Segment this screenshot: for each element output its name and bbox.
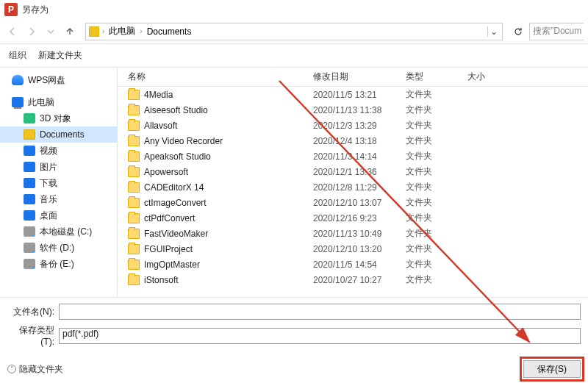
sidebar-item-videos[interactable]: 视频 — [0, 143, 117, 159]
sidebar-item-pc[interactable]: 此电脑 — [0, 94, 117, 110]
col-name[interactable]: 名称 — [128, 71, 313, 83]
file-list[interactable]: 4Media2020/11/5 13:21文件夹Aiseesoft Studio… — [118, 87, 588, 297]
up-button[interactable] — [62, 24, 78, 40]
file-type: 文件夹 — [406, 243, 467, 255]
file-type: 文件夹 — [406, 104, 467, 116]
file-type: 文件夹 — [406, 119, 467, 132]
breadcrumb-sep: › — [138, 27, 143, 35]
sidebar-item-label: 备份 (E:) — [40, 258, 74, 271]
file-date: 2020/11/3 14:14 — [313, 151, 406, 162]
file-type: 文件夹 — [406, 150, 467, 162]
save-button[interactable]: 保存(S) — [523, 360, 581, 378]
video-icon — [24, 146, 35, 156]
file-type: 文件夹 — [406, 273, 467, 286]
filename-input[interactable] — [59, 304, 581, 320]
file-date: 2020/11/5 13:21 — [313, 90, 406, 100]
sidebar-item-documents[interactable]: Documents — [0, 126, 117, 143]
forward-button[interactable] — [24, 24, 40, 40]
breadcrumb[interactable]: › 此电脑 › Documents ⌄ — [85, 23, 503, 40]
sidebar-item-drive-e[interactable]: 备份 (E:) — [0, 256, 117, 272]
file-date: 2020/12/8 11:29 — [313, 182, 406, 193]
sidebar-item-drive-d[interactable]: 软件 (D:) — [0, 240, 117, 256]
table-row[interactable]: Any Video Recorder2020/12/4 13:18文件夹 — [128, 133, 588, 148]
sidebar-item-label: 桌面 — [40, 210, 57, 222]
sidebar-item-pictures[interactable]: 图片 — [0, 159, 117, 175]
table-row[interactable]: ImgOptMaster2020/11/5 14:54文件夹 — [128, 257, 588, 272]
col-date[interactable]: 修改日期 — [313, 71, 406, 83]
body: WPS网盘 此电脑 3D 对象 Documents 视频 图片 下载 音乐 桌面… — [0, 68, 588, 297]
folder-icon — [128, 244, 140, 254]
filetype-combo[interactable]: pdf(*.pdf) — [59, 328, 581, 344]
sidebar-item-downloads[interactable]: 下载 — [0, 175, 117, 191]
col-size[interactable]: 大小 — [467, 71, 526, 83]
newfolder-button[interactable]: 新建文件夹 — [38, 49, 82, 62]
folder-icon — [128, 136, 140, 146]
back-button[interactable] — [4, 24, 21, 40]
table-row[interactable]: FastVideoMaker2020/11/13 10:49文件夹 — [128, 226, 588, 241]
refresh-button[interactable] — [510, 24, 526, 40]
folder-icon — [128, 121, 140, 131]
file-name: FGUIProject — [144, 244, 313, 254]
refresh-icon — [513, 26, 523, 37]
cloud-icon — [12, 75, 24, 85]
recent-dropdown[interactable] — [43, 24, 59, 40]
sidebar-item-label: 音乐 — [40, 193, 57, 206]
file-name: Aiseesoft Studio — [144, 105, 313, 115]
file-name: iStonsoft — [144, 275, 313, 285]
sidebar-item-wps[interactable]: WPS网盘 — [0, 72, 117, 88]
breadcrumb-root[interactable]: 此电脑 — [107, 25, 137, 37]
breadcrumb-dropdown[interactable]: ⌄ — [487, 26, 499, 37]
table-row[interactable]: Apeaksoft Studio2020/11/3 14:14文件夹 — [128, 148, 588, 164]
filetype-label: 保存类型(T): — [7, 324, 59, 347]
folder-icon — [128, 213, 140, 223]
window-title: 另存为 — [22, 4, 49, 16]
sidebar-item-3dobjects[interactable]: 3D 对象 — [0, 110, 117, 126]
breadcrumb-sep: › — [101, 27, 106, 35]
sidebar-item-desktop[interactable]: 桌面 — [0, 207, 117, 223]
folder-icon — [89, 26, 99, 37]
table-row[interactable]: Aiseesoft Studio2020/11/13 11:38文件夹 — [128, 102, 588, 118]
table-row[interactable]: FGUIProject2020/12/10 13:20文件夹 — [128, 241, 588, 257]
table-row[interactable]: iStonsoft2020/10/27 10:27文件夹 — [128, 272, 588, 287]
file-date: 2020/12/16 9:23 — [313, 213, 406, 223]
file-date: 2020/11/13 11:38 — [313, 105, 406, 115]
drive-icon — [24, 243, 35, 253]
folder-icon — [128, 90, 140, 100]
file-type: 文件夹 — [406, 165, 467, 178]
footer: ˄ 隐藏文件夹 保存(S) — [0, 354, 588, 383]
file-name: ImgOptMaster — [144, 259, 313, 270]
sidebar-item-drive-c[interactable]: 本地磁盘 (C:) — [0, 223, 117, 240]
file-date: 2020/12/10 13:20 — [313, 244, 406, 254]
cube-icon — [24, 113, 35, 124]
table-row[interactable]: ctImageConvert2020/12/10 13:07文件夹 — [128, 195, 588, 210]
table-row[interactable]: 4Media2020/11/5 13:21文件夹 — [128, 87, 588, 102]
list-header: 名称 修改日期 类型 大小 — [118, 68, 588, 87]
arrow-right-icon — [26, 26, 37, 37]
drive-icon — [24, 226, 35, 237]
file-date: 2020/11/13 10:49 — [313, 229, 406, 239]
file-name: 4Media — [144, 90, 313, 100]
title-bar: P 另存为 — [0, 0, 588, 19]
sidebar: WPS网盘 此电脑 3D 对象 Documents 视频 图片 下载 音乐 桌面… — [0, 68, 118, 297]
toolbar: 组织 新建文件夹 — [0, 44, 588, 68]
organize-menu[interactable]: 组织 — [9, 49, 26, 62]
sidebar-item-music[interactable]: 音乐 — [0, 191, 117, 207]
desktop-icon — [24, 210, 35, 221]
table-row[interactable]: CADEditorX 142020/12/8 11:29文件夹 — [128, 179, 588, 195]
file-date: 2020/11/5 14:54 — [313, 259, 406, 270]
hide-folders-toggle[interactable]: ˄ 隐藏文件夹 — [7, 363, 63, 376]
table-row[interactable]: Apowersoft2020/12/1 13:36文件夹 — [128, 164, 588, 179]
file-type: 文件夹 — [406, 88, 467, 101]
hide-folders-label: 隐藏文件夹 — [19, 363, 63, 376]
file-type: 文件夹 — [406, 227, 467, 240]
table-row[interactable]: Allavsoft2020/12/3 13:29文件夹 — [128, 118, 588, 133]
folder-icon — [128, 167, 140, 177]
breadcrumb-folder[interactable]: Documents — [146, 26, 193, 37]
drive-icon — [24, 259, 35, 269]
table-row[interactable]: ctPdfConvert2020/12/16 9:23文件夹 — [128, 210, 588, 226]
col-type[interactable]: 类型 — [406, 71, 467, 83]
file-date: 2020/12/3 13:29 — [313, 121, 406, 131]
search-input[interactable]: 搜索"Docum — [529, 23, 584, 40]
file-type: 文件夹 — [406, 181, 467, 193]
folder-icon — [128, 182, 140, 193]
